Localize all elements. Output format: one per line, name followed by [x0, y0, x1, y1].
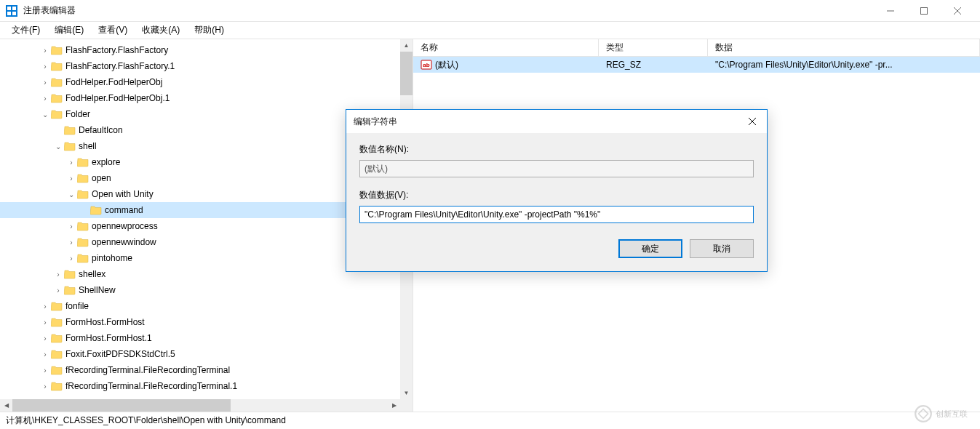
- menu-help[interactable]: 帮助(H): [187, 23, 231, 38]
- chevron-right-icon[interactable]: ›: [52, 284, 64, 296]
- edit-string-dialog: 编辑字符串 数值名称(N): (默认) 数值数据(V): 确定 取消: [346, 109, 768, 272]
- column-name[interactable]: 名称: [413, 39, 599, 56]
- svg-rect-1: [12, 7, 16, 10]
- chevron-right-icon[interactable]: ›: [39, 44, 51, 56]
- tree-item-label: FodHelper.FodHelperObj: [65, 77, 162, 87]
- scroll-up-icon[interactable]: ▲: [400, 39, 413, 52]
- chevron-right-icon[interactable]: ›: [65, 156, 77, 168]
- chevron-right-icon[interactable]: ›: [65, 252, 77, 264]
- values-list[interactable]: ab(默认)REG_SZ"C:\Program Files\Unity\Edit…: [413, 57, 980, 73]
- tree-item[interactable]: ›ShellNew: [0, 282, 413, 298]
- tree-item-label: command: [105, 205, 143, 215]
- chevron-right-icon[interactable]: ›: [39, 332, 51, 344]
- folder-icon: [51, 92, 63, 104]
- minimize-button[interactable]: [874, 0, 907, 22]
- tree-item[interactable]: ›FormHost.FormHost: [0, 314, 413, 330]
- maximize-button[interactable]: [907, 0, 941, 22]
- value-data-cell: "C:\Program Files\Unity\Editor\Unity.exe…: [708, 60, 980, 70]
- dialog-titlebar[interactable]: 编辑字符串: [346, 110, 767, 133]
- tree-item-label: FormHost.FormHost.1: [65, 333, 152, 343]
- menu-favorites[interactable]: 收藏夹(A): [135, 23, 187, 38]
- folder-icon: [77, 252, 89, 264]
- chevron-right-icon[interactable]: ›: [39, 76, 51, 88]
- folder-icon: [77, 172, 89, 184]
- value-type-cell: REG_SZ: [599, 60, 708, 70]
- tree-item[interactable]: ›fRecordingTerminal.FileRecordingTermina…: [0, 378, 413, 394]
- menu-edit[interactable]: 编辑(E): [47, 23, 91, 38]
- chevron-right-icon[interactable]: ›: [65, 172, 77, 184]
- value-name-cell: ab(默认): [413, 59, 599, 71]
- tree-item-label: fonfile: [65, 301, 89, 311]
- watermark-logo: 创新互联: [904, 401, 977, 426]
- tree-item[interactable]: ›fRecordingTerminal.FileRecordingTermina…: [0, 362, 413, 378]
- chevron-right-icon[interactable]: ›: [65, 220, 77, 232]
- tree-item-label: ShellNew: [79, 285, 116, 295]
- cancel-button[interactable]: 取消: [690, 239, 754, 258]
- folder-icon: [51, 108, 63, 120]
- tree-item[interactable]: ›FlashFactory.FlashFactory: [0, 42, 413, 58]
- chevron-right-icon[interactable]: ›: [52, 268, 64, 280]
- values-header: 名称 类型 数据: [413, 39, 980, 57]
- tree-item-label: opennewprocess: [92, 221, 158, 231]
- svg-text:ab: ab: [423, 62, 429, 68]
- value-data-input[interactable]: [359, 206, 754, 223]
- chevron-right-icon[interactable]: ›: [65, 236, 77, 248]
- chevron-down-icon[interactable]: ⌄: [52, 140, 64, 152]
- tree-item[interactable]: ›Foxit.FoxitPDFSDKStdCtrl.5: [0, 346, 413, 362]
- menu-view[interactable]: 查看(V): [91, 23, 135, 38]
- tree-item-label: Open with Unity: [92, 189, 154, 199]
- folder-icon: [64, 124, 76, 136]
- value-data-label: 数值数据(V):: [359, 189, 754, 201]
- dialog-title-text: 编辑字符串: [354, 116, 397, 128]
- folder-icon: [64, 140, 76, 152]
- chevron-right-icon[interactable]: ›: [39, 300, 51, 312]
- tree-item-label: FormHost.FormHost: [65, 317, 145, 327]
- chevron-down-icon[interactable]: ⌄: [39, 108, 51, 120]
- tree-item-label: shellex: [79, 269, 105, 279]
- chevron-right-icon[interactable]: ›: [39, 348, 51, 360]
- folder-icon: [77, 188, 89, 200]
- titlebar: 注册表编辑器: [0, 0, 980, 22]
- chevron-right-icon[interactable]: ›: [39, 92, 51, 104]
- chevron-right-icon[interactable]: ›: [39, 316, 51, 328]
- folder-icon: [51, 60, 63, 72]
- string-value-icon: ab: [421, 59, 432, 71]
- scroll-left-icon[interactable]: ◀: [0, 399, 12, 412]
- folder-icon: [51, 364, 63, 376]
- scroll-thumb[interactable]: [400, 52, 413, 95]
- tree-item[interactable]: ›FlashFactory.FlashFactory.1: [0, 58, 413, 74]
- chevron-right-icon[interactable]: ›: [39, 60, 51, 72]
- svg-rect-5: [921, 7, 928, 14]
- folder-icon: [51, 76, 63, 88]
- column-type[interactable]: 类型: [599, 39, 708, 56]
- chevron-down-icon[interactable]: ⌄: [65, 188, 77, 200]
- column-data[interactable]: 数据: [708, 39, 980, 56]
- svg-rect-2: [7, 12, 11, 15]
- tree-item[interactable]: ›FodHelper.FodHelperObj: [0, 74, 413, 90]
- tree-item-label: fRecordingTerminal.FileRecordingTerminal…: [65, 381, 237, 391]
- scroll-down-icon[interactable]: ▼: [400, 387, 413, 399]
- tree-item-label: Folder: [65, 109, 90, 119]
- tree-item-label: fRecordingTerminal.FileRecordingTerminal: [65, 365, 230, 375]
- value-row[interactable]: ab(默认)REG_SZ"C:\Program Files\Unity\Edit…: [413, 57, 980, 73]
- scroll-right-icon[interactable]: ▶: [388, 399, 400, 412]
- chevron-right-icon[interactable]: ›: [39, 364, 51, 376]
- tree-item[interactable]: ›fonfile: [0, 298, 413, 314]
- app-icon: [6, 5, 17, 17]
- menubar: 文件(F) 编辑(E) 查看(V) 收藏夹(A) 帮助(H): [0, 22, 980, 39]
- dialog-close-button[interactable]: [738, 110, 767, 133]
- menu-file[interactable]: 文件(F): [4, 23, 47, 38]
- close-button[interactable]: [941, 0, 974, 22]
- tree-item-label: explore: [92, 157, 120, 167]
- tree-item[interactable]: ›FodHelper.FodHelperObj.1: [0, 90, 413, 106]
- chevron-right-icon[interactable]: ›: [39, 380, 51, 392]
- folder-icon: [77, 236, 89, 248]
- tree-item-label: opennewwindow: [92, 237, 156, 247]
- ok-button[interactable]: 确定: [618, 239, 682, 258]
- hscroll-thumb[interactable]: [12, 399, 231, 412]
- folder-icon: [51, 348, 63, 360]
- folder-icon: [51, 300, 63, 312]
- tree-item[interactable]: ›FormHost.FormHost.1: [0, 330, 413, 346]
- folder-icon: [51, 380, 63, 392]
- tree-horizontal-scrollbar[interactable]: ◀ ▶: [0, 399, 413, 412]
